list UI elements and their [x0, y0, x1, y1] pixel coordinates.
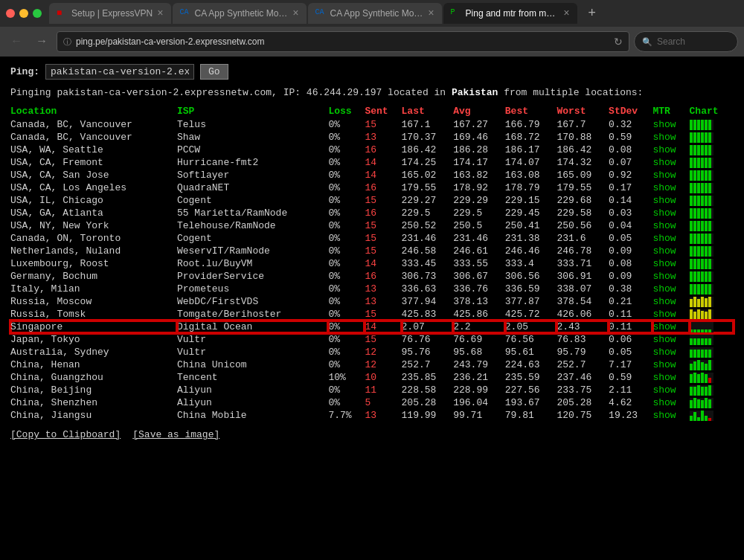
cell-sent: 15 [365, 219, 401, 232]
url-bar[interactable]: ⓘ ping.pe/pakistan-ca-version-2.expressn… [57, 31, 629, 52]
cell-last: 76.76 [402, 333, 454, 346]
cell-mtr[interactable]: show [652, 144, 689, 156]
cell-location: China, Henan [10, 358, 177, 371]
cell-worst: 186.42 [557, 144, 609, 156]
cell-stdev: 0.59 [609, 131, 652, 144]
cell-loss: 0% [328, 156, 365, 169]
cell-mtr[interactable]: show [652, 396, 689, 409]
cell-mtr[interactable]: show [652, 283, 689, 295]
cell-sent: 16 [365, 270, 401, 283]
cell-mtr[interactable]: show [652, 245, 689, 257]
tab-close-ca1[interactable]: × [292, 7, 298, 19]
cell-isp: Cogent [177, 194, 328, 207]
cell-mtr[interactable]: show [652, 295, 689, 308]
cell-mtr[interactable]: show [652, 333, 689, 346]
close-traffic-light[interactable] [6, 9, 15, 18]
cell-mtr[interactable]: show [652, 194, 689, 207]
cell-loss: 0% [328, 194, 365, 207]
cell-best: 178.79 [505, 181, 557, 194]
cell-loss: 0% [328, 346, 365, 358]
tab-expressvpn[interactable]: ■ Setup | ExpressVPN × [49, 3, 171, 24]
cell-best: 235.59 [505, 371, 557, 384]
go-button[interactable]: Go [200, 64, 228, 80]
cell-location: Australia, Sydney [10, 346, 177, 358]
cell-stdev: 0.06 [609, 333, 652, 346]
cell-worst: 246.78 [557, 245, 609, 257]
cell-mtr[interactable]: show [652, 371, 689, 384]
cell-avg: 231.46 [453, 232, 505, 245]
back-button[interactable]: ← [6, 31, 27, 52]
cell-mtr[interactable]: show [652, 118, 689, 131]
cell-isp: QuadraNET [177, 181, 328, 194]
tab-ca1[interactable]: CA CA App Synthetic Monitor ... × [173, 3, 307, 24]
security-icon: ⓘ [63, 36, 71, 48]
tab-ca2[interactable]: CA CA App Synthetic Monitor ... × [308, 3, 442, 24]
cell-mtr[interactable]: show [652, 156, 689, 169]
cell-isp: Vultr [177, 333, 328, 346]
cell-mtr[interactable]: show [652, 181, 689, 194]
table-row: Canada, BC, Vancouver Telus 0% 15 167.1 … [10, 118, 734, 131]
cell-avg: 178.92 [453, 181, 505, 194]
table-row: Netherlands, Nuland WeservIT/RamNode 0% … [10, 245, 734, 257]
table-row: China, Guangzhou Tencent 10% 10 235.85 2… [10, 371, 734, 384]
cell-sent: 10 [365, 371, 401, 384]
cell-avg: 306.67 [453, 270, 505, 283]
cell-location: Russia, Tomsk [10, 308, 177, 321]
table-row: China, Jiangsu China Mobile 7.7% 13 119.… [10, 409, 734, 422]
tab-ping[interactable]: P Ping and mtr from multiple loca... × [443, 3, 577, 24]
cell-sent: 14 [365, 321, 401, 333]
cell-worst: 95.79 [557, 346, 609, 358]
cell-mtr[interactable]: show [652, 358, 689, 371]
cell-best: 168.72 [505, 131, 557, 144]
search-bar[interactable]: 🔍 Search [634, 31, 738, 52]
cell-best: 163.08 [505, 169, 557, 181]
cell-avg: 333.55 [453, 257, 505, 270]
cell-avg: 243.79 [453, 358, 505, 371]
cell-best: 224.63 [505, 358, 557, 371]
cell-mtr[interactable]: show [652, 321, 689, 333]
table-row: USA, CA, San Jose Softlayer 0% 14 165.02… [10, 169, 734, 181]
copy-clipboard-link[interactable]: [Copy to Clipboard] [10, 429, 121, 440]
save-image-link[interactable]: [Save as image] [132, 429, 219, 440]
cell-best: 306.56 [505, 270, 557, 283]
cell-mtr[interactable]: show [652, 207, 689, 219]
cell-stdev: 0.14 [609, 194, 652, 207]
table-row: Canada, BC, Vancouver Shaw 0% 13 170.37 … [10, 131, 734, 144]
cell-chart [690, 207, 734, 219]
col-header-mtr: MTR [652, 106, 689, 118]
tab-close-expressvpn[interactable]: × [157, 7, 163, 19]
cell-mtr[interactable]: show [652, 384, 689, 396]
cell-mtr[interactable]: show [652, 270, 689, 283]
minimize-traffic-light[interactable] [19, 9, 28, 18]
cell-mtr[interactable]: show [652, 308, 689, 321]
cell-best: 425.72 [505, 308, 557, 321]
new-tab-button[interactable]: + [582, 3, 603, 24]
cell-loss: 0% [328, 283, 365, 295]
reload-button[interactable]: ↻ [614, 36, 623, 48]
cell-mtr[interactable]: show [652, 409, 689, 422]
col-header-avg: Avg [453, 106, 505, 118]
tab-close-ping[interactable]: × [563, 7, 569, 19]
cell-mtr[interactable]: show [652, 219, 689, 232]
cell-stdev: 0.59 [609, 371, 652, 384]
cell-mtr[interactable]: show [652, 257, 689, 270]
cell-avg: 236.21 [453, 371, 505, 384]
ping-input[interactable] [45, 64, 194, 80]
cell-mtr[interactable]: show [652, 346, 689, 358]
cell-mtr[interactable]: show [652, 232, 689, 245]
cell-mtr[interactable]: show [652, 131, 689, 144]
cell-last: 229.27 [402, 194, 454, 207]
cell-avg: 228.99 [453, 384, 505, 396]
cell-chart [690, 409, 734, 422]
col-header-best: Best [505, 106, 557, 118]
cell-worst: 426.06 [557, 308, 609, 321]
maximize-traffic-light[interactable] [33, 9, 42, 18]
cell-avg: 196.04 [453, 396, 505, 409]
tab-title-expressvpn: Setup | ExpressVPN [71, 8, 153, 19]
forward-button[interactable]: → [31, 31, 52, 52]
cell-mtr[interactable]: show [652, 169, 689, 181]
cell-loss: 0% [328, 308, 365, 321]
tab-close-ca2[interactable]: × [428, 7, 434, 19]
col-header-location: Location [10, 106, 177, 118]
cell-worst: 231.6 [557, 232, 609, 245]
